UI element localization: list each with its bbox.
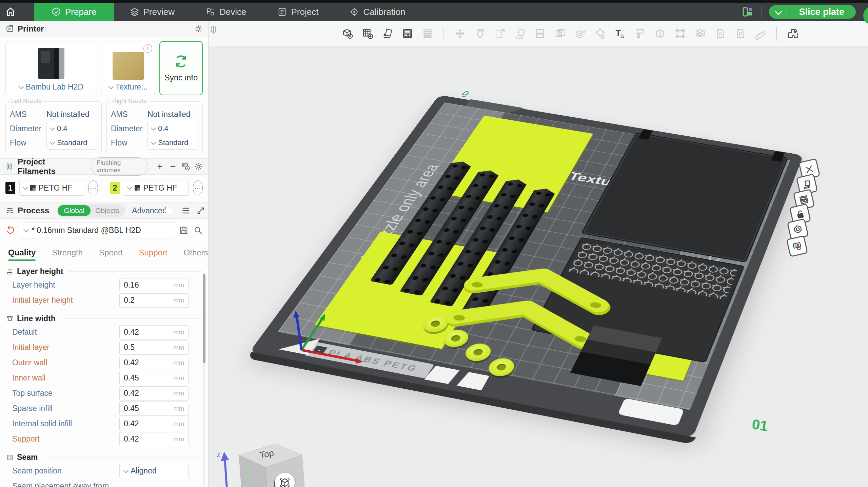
tab-quality[interactable]: Quality [8, 248, 36, 261]
seam-painting-button[interactable] [692, 25, 708, 42]
split-to-parts-button[interactable] [552, 25, 568, 42]
tab-project-label: Project [291, 7, 318, 17]
divider [69, 271, 202, 272]
diameter-value: 0.4 [158, 124, 169, 133]
initial-layer-height-input[interactable]: 0.2mm [119, 293, 189, 308]
ams-sync-icon[interactable] [181, 162, 191, 171]
split-to-objects-button[interactable] [532, 25, 548, 42]
topbar-divider [761, 6, 762, 18]
sidebar-collapse-handle[interactable]: ⟨|⟩ [210, 24, 216, 34]
filament-1-select[interactable]: PETG HF [19, 180, 84, 196]
filament-settings-gear-icon[interactable] [194, 162, 203, 171]
text-button[interactable]: Ta [612, 25, 628, 42]
setting-list-icon[interactable] [181, 206, 191, 215]
layer-height-input[interactable]: 0.16mm [119, 278, 189, 292]
flow-value: Standard [57, 138, 87, 147]
filament-1-more-button[interactable]: ... [88, 180, 98, 195]
inner-wall-line-width-input[interactable]: 0.45mm [119, 371, 189, 385]
flow-select[interactable]: Standard [46, 136, 97, 150]
lay-on-face-button[interactable] [512, 25, 528, 42]
color-painting-button[interactable] [592, 25, 608, 42]
internal-solid-infill-line-width-input[interactable]: 0.42mm [119, 417, 189, 431]
measure-button[interactable] [752, 25, 768, 42]
printer-model-card[interactable]: Bambu Lab H2D [5, 41, 97, 95]
setting-row: Initial layer 0.5mm [0, 340, 208, 355]
arrange-button[interactable] [399, 25, 416, 42]
search-icon[interactable] [193, 226, 203, 235]
setting-label: Internal solid infill [12, 419, 119, 428]
scale-button[interactable] [492, 25, 508, 42]
save-preset-icon[interactable] [179, 226, 189, 235]
setting-label: Sparse infill [12, 404, 119, 413]
plate-type-label: Texture... [116, 82, 148, 92]
setting-label: Outer wall [12, 358, 119, 367]
sidebar-scrollbar[interactable] [203, 273, 205, 486]
variable-layer-height-button[interactable] [632, 25, 648, 42]
tab-project[interactable]: Project [262, 3, 334, 21]
diameter-select[interactable]: 0.4 [147, 122, 198, 135]
seam-position-select[interactable]: Aligned [119, 464, 189, 478]
flow-select[interactable]: Standard [147, 136, 198, 150]
tab-speed[interactable]: Speed [99, 248, 122, 261]
tab-others[interactable]: Others [184, 248, 208, 261]
outer-wall-line-width-input[interactable]: 0.42mm [119, 356, 189, 370]
tab-strength[interactable]: Strength [52, 248, 83, 261]
add-plate-button[interactable] [359, 25, 376, 42]
split-list-button[interactable] [419, 25, 436, 42]
reset-preset-icon[interactable] [5, 226, 15, 235]
filament-2-select[interactable]: PETG HF [124, 180, 189, 196]
ams-label: AMS [111, 110, 147, 119]
info-icon[interactable]: i [143, 44, 152, 53]
setting-row: Initial layer height 0.2mm [0, 293, 208, 308]
number-plate-button[interactable]: 0 [712, 25, 728, 42]
filament-1-badge[interactable]: 1 [5, 182, 15, 194]
slice-plate-button[interactable]: Slice plate [787, 5, 856, 19]
add-object-button[interactable] [339, 25, 356, 42]
letter-plate-button[interactable]: P [732, 25, 748, 42]
process-preset-select[interactable]: * 0.16mm Standard @BBL H2D [20, 222, 174, 238]
merge-button[interactable] [572, 25, 588, 42]
slice-options-button[interactable] [769, 5, 787, 19]
build-plate-image [113, 52, 144, 80]
viewport-3d[interactable]: ⟨|⟩ Ta 0 P Left nozzle only area [209, 21, 868, 487]
default-line-width-input[interactable]: 0.42mm [119, 325, 189, 339]
ams-label: AMS [10, 110, 46, 119]
initial-layer-line-width-input[interactable]: 0.5mm [119, 340, 189, 355]
compare-preset-icon[interactable] [196, 206, 205, 215]
add-filament-button[interactable]: + [155, 161, 164, 172]
tab-support[interactable]: Support [139, 248, 167, 261]
chevron-down-icon [127, 184, 133, 190]
segment-global[interactable]: Global [58, 205, 91, 216]
home-button[interactable] [0, 3, 21, 21]
tab-calibration[interactable]: Calibration [334, 3, 421, 21]
sparse-infill-line-width-input[interactable]: 0.45mm [119, 402, 189, 416]
filament-2-more-button[interactable]: ... [193, 180, 203, 195]
printer-model-select[interactable]: Bambu Lab H2D [19, 82, 83, 92]
flushing-volumes-button[interactable]: Flushing volumes [91, 157, 149, 176]
move-button[interactable] [452, 25, 468, 42]
plate-layout-icon[interactable] [741, 6, 753, 18]
remove-filament-button[interactable]: − [168, 161, 178, 172]
support-painting-button[interactable] [672, 25, 688, 42]
filament-2-name: PETG HF [143, 183, 177, 193]
printer-settings-gear-icon[interactable] [194, 24, 203, 33]
sync-info-button[interactable]: Sync info [159, 41, 203, 95]
filament-mapping-button[interactable] [786, 235, 808, 257]
filament-2-badge[interactable]: 2 [110, 182, 120, 194]
segment-objects[interactable]: Objects [91, 205, 124, 216]
build-plate[interactable]: Left nozzle only area Right nozzle only … [249, 95, 804, 439]
tab-preview[interactable]: Preview [114, 3, 190, 21]
auto-orient-button[interactable] [379, 25, 396, 42]
diameter-label: Diameter [10, 124, 46, 133]
cut-button[interactable] [652, 25, 668, 42]
top-surface-line-width-input[interactable]: 0.42mm [119, 386, 189, 401]
build-plate-card[interactable]: i Texture... [101, 41, 155, 95]
scrollbar-thumb[interactable] [203, 274, 205, 363]
plate-type-select[interactable]: Texture... [109, 82, 148, 92]
rotate-button[interactable] [472, 25, 488, 42]
tab-prepare[interactable]: Prepare [34, 3, 114, 21]
support-line-width-input[interactable]: 0.42mm [119, 432, 189, 446]
assembly-button[interactable] [785, 25, 801, 42]
diameter-select[interactable]: 0.4 [46, 122, 97, 135]
tab-device[interactable]: Device [190, 3, 262, 21]
